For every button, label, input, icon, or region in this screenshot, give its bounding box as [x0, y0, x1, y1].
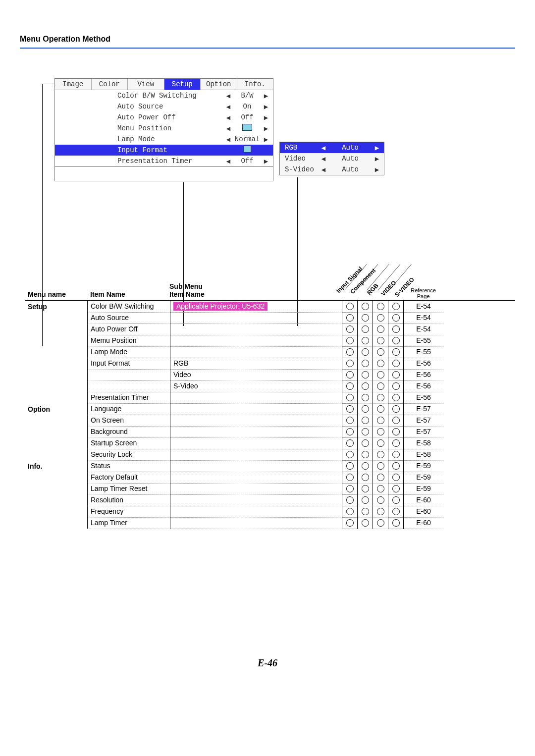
position-icon: [242, 124, 252, 131]
support-circle-icon: [346, 382, 354, 390]
support-circle-icon: [362, 337, 369, 344]
support-circle-icon: [392, 496, 400, 504]
support-circle-icon: [362, 451, 369, 458]
right-arrow-icon: ▶: [373, 165, 381, 174]
right-arrow-icon: ▶: [262, 113, 270, 122]
support-circle-icon: [392, 428, 400, 435]
osd-item: Color B/W Switching◀B/W▶: [55, 90, 273, 101]
support-circle-icon: [362, 371, 369, 378]
osd-item: Auto Source◀On▶: [55, 101, 273, 112]
support-circle-icon: [362, 474, 369, 481]
enter-icon: [243, 146, 251, 153]
support-circle-icon: [392, 451, 400, 458]
osd-tab-view: View: [128, 79, 164, 90]
left-arrow-icon: ◀: [320, 144, 327, 152]
support-circle-icon: [377, 394, 384, 401]
table-row: BackgroundE-57: [25, 426, 515, 437]
support-circle-icon: [392, 348, 400, 356]
support-circle-icon: [346, 485, 354, 492]
support-circle-icon: [346, 439, 354, 447]
support-circle-icon: [392, 394, 400, 401]
table-row: FrequencyE-60: [25, 506, 515, 517]
osd-item: Auto Power Off◀Off▶: [55, 112, 273, 123]
table-row: Lamp Timer ResetE-59: [25, 483, 515, 494]
support-circle-icon: [362, 405, 369, 413]
support-circle-icon: [362, 325, 369, 333]
left-arrow-icon: ◀: [224, 135, 232, 144]
osd-tab-color: Color: [92, 79, 128, 90]
support-circle-icon: [362, 439, 369, 447]
table-row: Auto SourceE-54: [25, 312, 515, 324]
osd-item: Input Format: [55, 145, 273, 156]
osd-item: Presentation Timer◀Off▶: [55, 156, 273, 166]
support-circle-icon: [377, 485, 384, 492]
support-circle-icon: [377, 496, 384, 504]
header-item: Item Name: [90, 290, 125, 298]
support-circle-icon: [377, 405, 384, 413]
table-row: SetupColor B/W SwitchingApplicable Proje…: [25, 301, 515, 312]
support-circle-icon: [362, 519, 369, 527]
support-circle-icon: [377, 325, 384, 333]
support-circle-icon: [362, 348, 369, 356]
header-menu: Menu name: [28, 290, 66, 298]
support-circle-icon: [392, 303, 400, 310]
support-circle-icon: [377, 474, 384, 481]
support-circle-icon: [377, 314, 384, 322]
support-circle-icon: [346, 508, 354, 515]
left-arrow-icon: ◀: [224, 92, 232, 100]
osd-tab-setup: Setup: [164, 79, 201, 90]
support-circle-icon: [392, 314, 400, 322]
support-circle-icon: [377, 348, 384, 356]
left-arrow-icon: ◀: [224, 157, 232, 165]
support-circle-icon: [346, 474, 354, 481]
left-arrow-icon: ◀: [320, 165, 327, 174]
support-circle-icon: [362, 496, 369, 504]
support-circle-icon: [377, 371, 384, 378]
osd-subitem: RGB◀Auto▶: [280, 142, 384, 153]
support-circle-icon: [392, 371, 400, 378]
support-circle-icon: [346, 325, 354, 333]
support-circle-icon: [377, 508, 384, 515]
support-circle-icon: [392, 417, 400, 424]
support-circle-icon: [346, 519, 354, 527]
table-row: Input FormatRGBE-56: [25, 358, 515, 369]
support-circle-icon: [346, 348, 354, 356]
table-row: Auto Power OffE-54: [25, 324, 515, 335]
right-arrow-icon: ▶: [373, 144, 381, 152]
table-row: Startup ScreenE-58: [25, 437, 515, 449]
table-row: ResolutionE-60: [25, 494, 515, 506]
support-circle-icon: [346, 496, 354, 504]
table-row: Factory DefaultE-59: [25, 472, 515, 483]
support-circle-icon: [362, 428, 369, 435]
header-refpage: Reference Page: [411, 287, 436, 299]
support-circle-icon: [346, 314, 354, 322]
support-circle-icon: [346, 360, 354, 367]
support-circle-icon: [377, 303, 384, 310]
table-row: OptionLanguageE-57: [25, 403, 515, 415]
support-circle-icon: [362, 462, 369, 470]
right-arrow-icon: ▶: [262, 135, 270, 144]
support-circle-icon: [362, 303, 369, 310]
support-circle-icon: [392, 439, 400, 447]
osd-tab-option: Option: [201, 79, 237, 90]
support-circle-icon: [346, 428, 354, 435]
support-circle-icon: [377, 451, 384, 458]
support-circle-icon: [362, 314, 369, 322]
support-circle-icon: [362, 394, 369, 401]
left-arrow-icon: ◀: [224, 103, 232, 111]
osd-subitem: S-Video◀Auto▶: [280, 164, 384, 175]
support-circle-icon: [377, 519, 384, 527]
support-circle-icon: [392, 360, 400, 367]
right-arrow-icon: ▶: [373, 155, 381, 163]
support-circle-icon: [392, 519, 400, 527]
table-row: On ScreenE-57: [25, 415, 515, 426]
osd-screenshot: ImageColorViewSetupOptionInfo. Color B/W…: [54, 78, 515, 181]
support-circle-icon: [377, 462, 384, 470]
support-circle-icon: [377, 382, 384, 390]
osd-subitem: Video◀Auto▶: [280, 153, 384, 164]
page-title: Menu Operation Method: [20, 35, 515, 49]
applicable-projector-badge: Applicable Projector: U5-632: [173, 302, 268, 311]
table-row: Info.StatusE-59: [25, 460, 515, 472]
osd-item: Menu Position◀▶: [55, 123, 273, 134]
support-circle-icon: [346, 303, 354, 310]
